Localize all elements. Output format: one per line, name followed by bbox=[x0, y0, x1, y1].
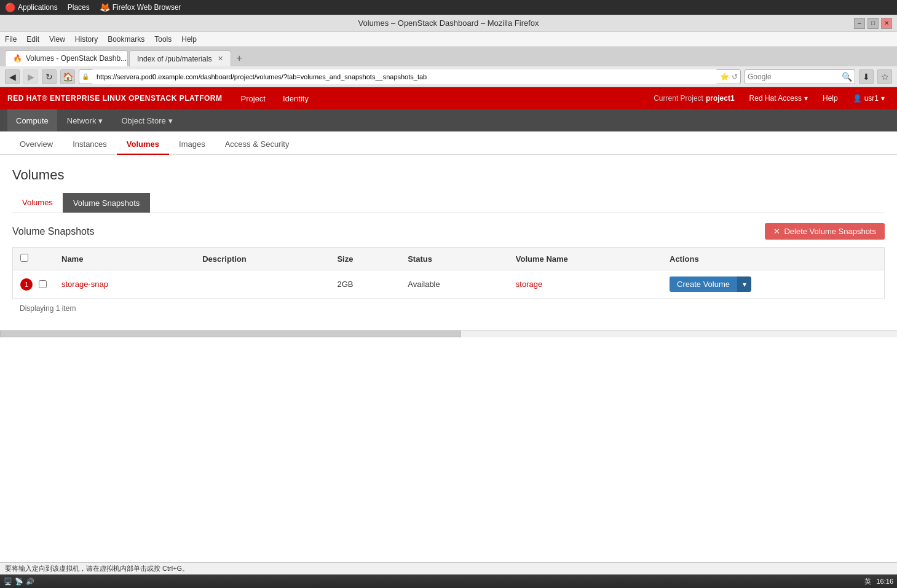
os-topnav: Red Hat® Enterprise Linux OpenStack Plat… bbox=[0, 87, 897, 109]
new-tab-button[interactable]: + bbox=[232, 50, 245, 66]
user-menu[interactable]: 👤 usr1 ▾ bbox=[848, 87, 890, 109]
window-controls: – □ ✕ bbox=[854, 18, 892, 29]
section-title: Volume Snapshots bbox=[12, 226, 94, 237]
create-volume-dropdown[interactable]: ▾ bbox=[737, 276, 751, 292]
search-wrapper: 🔍 bbox=[745, 69, 855, 84]
places-menu[interactable]: Places bbox=[68, 3, 90, 12]
col-status: Status bbox=[400, 248, 508, 270]
col-description: Description bbox=[195, 248, 330, 270]
table-row: 1 storage-snap 2GB Available storage Cre… bbox=[13, 270, 885, 299]
bookmarks-button[interactable]: ☆ bbox=[877, 69, 892, 84]
tab-close-index[interactable]: ✕ bbox=[218, 55, 223, 63]
col-name: Name bbox=[54, 248, 195, 270]
topnav-identity[interactable]: Identity bbox=[274, 87, 317, 109]
os-brand: Red Hat® Enterprise Linux OpenStack Plat… bbox=[7, 94, 223, 103]
minimize-button[interactable]: – bbox=[854, 18, 865, 29]
table-footer: Displaying 1 item bbox=[12, 299, 885, 318]
topnav-right: Current Project project1 Red Hat Access … bbox=[649, 87, 890, 109]
downloads-button[interactable]: ⬇ bbox=[859, 69, 874, 84]
tab-access-security[interactable]: Access & Security bbox=[215, 135, 299, 155]
menu-bar: File Edit View History Bookmarks Tools H… bbox=[0, 32, 897, 47]
create-volume-button[interactable]: Create Volume bbox=[670, 276, 737, 292]
browser-tabs: 🔥 Volumes - OpenStack Dashb... ✕ Index o… bbox=[0, 47, 897, 66]
row-checkbox[interactable] bbox=[39, 280, 47, 288]
os-subnav: Compute Network ▾ Object Store ▾ bbox=[0, 109, 897, 131]
row-number: 1 bbox=[20, 278, 33, 291]
current-project: Current Project project1 bbox=[649, 87, 739, 109]
refresh-button[interactable]: ↻ bbox=[42, 69, 57, 84]
url-input[interactable] bbox=[92, 69, 717, 84]
col-actions: Actions bbox=[662, 248, 885, 270]
col-volume-name: Volume Name bbox=[508, 248, 662, 270]
action-button-group: Create Volume ▾ bbox=[670, 276, 877, 292]
red-hat-access[interactable]: Red Hat Access ▾ bbox=[745, 87, 813, 109]
menu-bookmarks[interactable]: Bookmarks bbox=[108, 35, 144, 44]
search-input[interactable] bbox=[748, 73, 839, 81]
menu-edit[interactable]: Edit bbox=[26, 35, 39, 44]
window-title: Volumes – OpenStack Dashboard – Mozilla … bbox=[358, 18, 539, 28]
tab-volumes[interactable]: 🔥 Volumes - OpenStack Dashb... ✕ bbox=[5, 50, 128, 66]
menu-view[interactable]: View bbox=[49, 35, 65, 44]
tab-index[interactable]: Index of /pub/materials ✕ bbox=[129, 50, 231, 66]
forward-button[interactable]: ▶ bbox=[23, 69, 38, 84]
subtab-volumes[interactable]: Volumes bbox=[12, 193, 63, 213]
section-header: Volume Snapshots ✕ Delete Volume Snapsho… bbox=[12, 223, 885, 240]
back-button[interactable]: ◀ bbox=[5, 69, 20, 84]
close-button[interactable]: ✕ bbox=[881, 18, 892, 29]
home-button[interactable]: 🏠 bbox=[60, 69, 75, 84]
subnav-compute[interactable]: Compute bbox=[7, 109, 57, 131]
select-all-checkbox[interactable] bbox=[20, 254, 28, 262]
tab-images[interactable]: Images bbox=[169, 135, 215, 155]
menu-file[interactable]: File bbox=[5, 35, 17, 44]
volume-snapshots-table: Name Description Size Status Volume Name… bbox=[12, 247, 885, 299]
window-titlebar: Volumes – OpenStack Dashboard – Mozilla … bbox=[0, 15, 897, 32]
menu-help[interactable]: Help bbox=[181, 35, 197, 44]
row-description-cell bbox=[195, 270, 330, 299]
tab-instances[interactable]: Instances bbox=[63, 135, 117, 155]
row-name-cell: storage-snap bbox=[54, 270, 195, 299]
select-all-header[interactable] bbox=[13, 248, 55, 270]
scroll-thumb[interactable] bbox=[0, 331, 461, 337]
help-link[interactable]: Help bbox=[818, 87, 843, 109]
menu-tools[interactable]: Tools bbox=[154, 35, 172, 44]
page-title: Volumes bbox=[12, 167, 885, 183]
sub-tabs: Volumes Volume Snapshots bbox=[12, 193, 885, 213]
delete-volume-snapshots-button[interactable]: ✕ Delete Volume Snapshots bbox=[765, 223, 885, 240]
col-size: Size bbox=[330, 248, 400, 270]
subtab-volume-snapshots[interactable]: Volume Snapshots bbox=[63, 193, 150, 213]
subnav-object-store[interactable]: Object Store ▾ bbox=[113, 109, 181, 131]
row-size-cell: 2GB bbox=[330, 270, 400, 299]
delete-icon: ✕ bbox=[773, 227, 780, 236]
browser-menu[interactable]: 🦊 Firefox Web Browser bbox=[100, 2, 181, 12]
address-bar: ◀ ▶ ↻ 🏠 🔒 ⭐ ↺ 🔍 ⬇ ☆ bbox=[0, 66, 897, 87]
search-icon[interactable]: 🔍 bbox=[842, 72, 852, 82]
applications-menu[interactable]: 🔴 Applications bbox=[5, 2, 58, 12]
menu-history[interactable]: History bbox=[75, 35, 98, 44]
maximize-button[interactable]: □ bbox=[867, 18, 879, 29]
tab-overview[interactable]: Overview bbox=[10, 135, 63, 155]
row-select-cell: 1 bbox=[13, 270, 55, 299]
tab-volumes[interactable]: Volumes bbox=[117, 135, 169, 155]
subnav-network[interactable]: Network ▾ bbox=[58, 109, 112, 131]
main-content: Volumes Volumes Volume Snapshots Volume … bbox=[0, 155, 897, 330]
row-actions-cell: Create Volume ▾ bbox=[662, 270, 885, 299]
row-volume-name-cell: storage bbox=[508, 270, 662, 299]
snapshot-name-link[interactable]: storage-snap bbox=[61, 280, 108, 289]
row-status-cell: Available bbox=[400, 270, 508, 299]
topnav-project[interactable]: Project bbox=[232, 87, 274, 109]
os-bar: 🔴 Applications Places 🦊 Firefox Web Brow… bbox=[0, 0, 897, 15]
os-tabnav: Overview Instances Volumes Images Access… bbox=[0, 131, 897, 155]
volume-name-link[interactable]: storage bbox=[516, 280, 542, 289]
horizontal-scrollbar[interactable] bbox=[0, 330, 897, 337]
